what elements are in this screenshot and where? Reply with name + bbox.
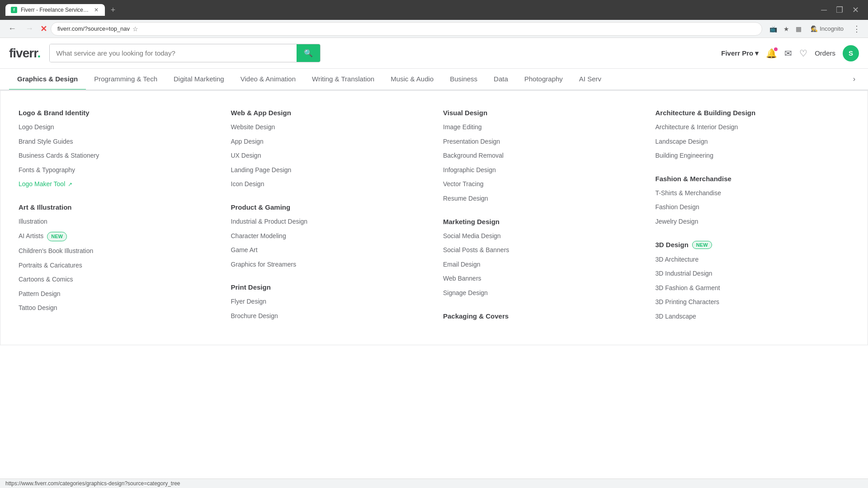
search-input[interactable] (50, 44, 297, 62)
reload-stop-button[interactable]: ✕ (40, 25, 47, 33)
menu-item-bg-removal[interactable]: Background Removal (443, 151, 637, 160)
menu-item-logo-design[interactable]: Logo Design (19, 123, 213, 132)
menu-item-brand-style[interactable]: Brand Style Guides (19, 137, 213, 146)
window-controls: ─ ❐ ✕ (817, 3, 863, 17)
notifications-button[interactable]: 🔔 (766, 48, 777, 59)
close-window-button[interactable]: ✕ (849, 3, 863, 17)
menu-item-portraits[interactable]: Portraits & Caricatures (19, 261, 213, 270)
side-panel-icon[interactable]: ▦ (794, 23, 803, 34)
messages-button[interactable]: ✉ (784, 48, 792, 59)
section-title-3d[interactable]: 3D Design NEW (656, 241, 850, 249)
menu-item-social-media[interactable]: Social Media Design (443, 232, 637, 241)
tab-favicon: f (11, 7, 17, 13)
menu-item-flyer[interactable]: Flyer Design (231, 297, 425, 306)
menu-item-illustration[interactable]: Illustration (19, 217, 213, 226)
cast-icon[interactable]: 📺 (768, 23, 779, 34)
section-title-marketing[interactable]: Marketing Design (443, 218, 637, 225)
menu-item-tshirts[interactable]: T-Shirts & Merchandise (656, 189, 850, 198)
address-bar[interactable]: fiverr.com/?source=top_nav ☆ (51, 22, 762, 36)
menu-item-childrens-book[interactable]: Children's Book Illustration (19, 247, 213, 256)
tab-close-button[interactable]: ✕ (93, 7, 99, 13)
incognito-icon: 🕵 (811, 25, 818, 32)
nav-tab-graphics[interactable]: Graphics & Design (9, 69, 86, 90)
menu-item-ai-artists[interactable]: AI Artists NEW (19, 232, 213, 241)
menu-item-infographic[interactable]: Infographic Design (443, 166, 637, 175)
avatar-button[interactable]: S (843, 45, 859, 61)
nav-tab-programming[interactable]: Programming & Tech (86, 69, 165, 90)
menu-item-tattoo[interactable]: Tattoo Design (19, 304, 213, 313)
forward-button[interactable]: → (23, 23, 36, 34)
section-title-logo-brand[interactable]: Logo & Brand Identity (19, 109, 213, 117)
active-tab[interactable]: f Fiverr - Freelance Services Mar ✕ (5, 4, 105, 16)
menu-item-cartoons[interactable]: Cartoons & Comics (19, 275, 213, 284)
search-button[interactable]: 🔍 (297, 44, 320, 62)
menu-item-streamers[interactable]: Graphics for Streamers (231, 260, 425, 269)
menu-item-industrial-product[interactable]: Industrial & Product Design (231, 217, 425, 226)
menu-item-website-design[interactable]: Website Design (231, 123, 425, 132)
orders-link[interactable]: Orders (815, 49, 835, 57)
nav-tab-video[interactable]: Video & Animation (232, 69, 304, 90)
nav-tab-music[interactable]: Music & Audio (382, 69, 442, 90)
menu-item-app-design[interactable]: App Design (231, 137, 425, 146)
nav-tab-business[interactable]: Business (442, 69, 486, 90)
menu-item-business-cards[interactable]: Business Cards & Stationery (19, 151, 213, 160)
menu-item-3d-fashion[interactable]: 3D Fashion & Garment (656, 284, 850, 293)
section-title-product-gaming[interactable]: Product & Gaming (231, 203, 425, 211)
nav-tab-writing[interactable]: Writing & Translation (304, 69, 382, 90)
fiverr-pro-button[interactable]: Fiverr Pro ▾ (721, 49, 759, 57)
new-tab-button[interactable]: + (107, 4, 119, 16)
browser-menu-button[interactable]: ⋮ (851, 22, 863, 36)
menu-item-fashion-design[interactable]: Fashion Design (656, 203, 850, 212)
menu-section-architecture: Architecture & Building Design Architect… (656, 104, 850, 170)
menu-item-game-art[interactable]: Game Art (231, 246, 425, 255)
menu-item-landing-page[interactable]: Landing Page Design (231, 166, 425, 175)
section-title-architecture[interactable]: Architecture & Building Design (656, 109, 850, 117)
menu-item-icon-design[interactable]: Icon Design (231, 180, 425, 189)
menu-item-building-eng[interactable]: Building Engineering (656, 151, 850, 160)
nav-tab-data[interactable]: Data (486, 69, 516, 90)
bookmark-icon[interactable]: ☆ (132, 24, 139, 33)
bookmark-star-icon[interactable]: ★ (782, 23, 791, 34)
menu-item-3d-printing[interactable]: 3D Printing Characters (656, 298, 850, 307)
menu-item-pattern-design[interactable]: Pattern Design (19, 290, 213, 299)
nav-tab-ai[interactable]: AI Serv (571, 69, 609, 90)
restore-button[interactable]: ❐ (832, 3, 847, 17)
section-title-fashion[interactable]: Fashion & Merchandise (656, 175, 850, 183)
nav-tab-photography[interactable]: Photography (516, 69, 571, 90)
menu-item-jewelry[interactable]: Jewelry Design (656, 217, 850, 226)
menu-item-ux-design[interactable]: UX Design (231, 151, 425, 160)
menu-item-character-modeling[interactable]: Character Modeling (231, 232, 425, 241)
menu-section-marketing: Marketing Design Social Media Design Soc… (443, 213, 637, 308)
menu-item-logo-maker[interactable]: Logo Maker Tool ↗ (19, 180, 213, 189)
menu-item-presentation[interactable]: Presentation Design (443, 137, 637, 146)
menu-item-3d-arch[interactable]: 3D Architecture (656, 255, 850, 264)
menu-item-brochure[interactable]: Brochure Design (231, 312, 425, 321)
menu-item-signage[interactable]: Signage Design (443, 289, 637, 298)
menu-item-landscape[interactable]: Landscape Design (656, 137, 850, 146)
section-title-packaging[interactable]: Packaging & Covers (443, 312, 637, 320)
menu-item-fonts[interactable]: Fonts & Typography (19, 166, 213, 175)
back-button[interactable]: ← (5, 23, 19, 34)
address-text: fiverr.com/?source=top_nav (57, 25, 130, 32)
favorites-button[interactable]: ♡ (799, 48, 807, 59)
menu-item-vector-tracing[interactable]: Vector Tracing (443, 180, 637, 189)
menu-column-3: Visual Design Image Editing Presentation… (443, 104, 637, 331)
menu-item-3d-landscape[interactable]: 3D Landscape (656, 312, 850, 321)
address-bar-row: ← → ✕ fiverr.com/?source=top_nav ☆ 📺 ★ ▦… (0, 20, 868, 38)
nav-scroll-right-icon[interactable]: › (849, 69, 859, 89)
section-title-visual[interactable]: Visual Design (443, 109, 637, 117)
section-title-art[interactable]: Art & Illustration (19, 203, 213, 211)
incognito-badge[interactable]: 🕵 Incognito (807, 23, 847, 34)
section-title-web-app[interactable]: Web & App Design (231, 109, 425, 117)
menu-item-social-posts[interactable]: Social Posts & Banners (443, 246, 637, 255)
menu-item-image-editing[interactable]: Image Editing (443, 123, 637, 132)
fiverr-logo[interactable]: fiverr. (9, 46, 40, 61)
menu-item-resume[interactable]: Resume Design (443, 194, 637, 203)
menu-item-web-banners[interactable]: Web Banners (443, 274, 637, 283)
menu-item-arch-interior[interactable]: Architecture & Interior Design (656, 123, 850, 132)
minimize-button[interactable]: ─ (817, 3, 830, 17)
nav-tab-digital-marketing[interactable]: Digital Marketing (165, 69, 232, 90)
menu-item-3d-industrial[interactable]: 3D Industrial Design (656, 269, 850, 278)
menu-item-email-design[interactable]: Email Design (443, 260, 637, 269)
section-title-print[interactable]: Print Design (231, 283, 425, 291)
